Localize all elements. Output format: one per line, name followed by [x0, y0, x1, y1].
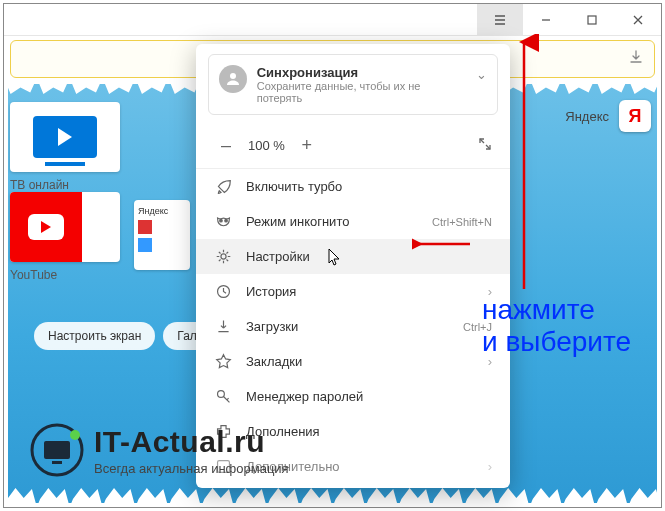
menu-item-turbo[interactable]: Включить турбо [196, 169, 510, 204]
chevron-down-icon: ⌄ [476, 67, 487, 82]
star-icon [214, 353, 232, 370]
yandex-icon: Я [619, 100, 651, 132]
menu-item-downloads[interactable]: Загрузки Ctrl+J [196, 309, 510, 344]
menu-label: История [246, 284, 474, 299]
download-icon[interactable] [628, 49, 644, 69]
chevron-right-icon: › [488, 459, 492, 474]
main-menu-dropdown: Синхронизация Сохраните данные, чтобы их… [196, 44, 510, 488]
menu-item-history[interactable]: История › [196, 274, 510, 309]
rocket-icon [214, 178, 232, 195]
svg-rect-11 [44, 441, 70, 459]
annotation-line: и выберите [482, 326, 631, 358]
menu-label: Менеджер паролей [246, 389, 492, 404]
tile-tv-online[interactable] [10, 102, 120, 172]
window-maximize-button[interactable] [569, 4, 615, 35]
zoom-controls: – 100 % + [196, 125, 510, 169]
svg-point-1 [230, 73, 236, 79]
menu-item-bookmarks[interactable]: Закладки › [196, 344, 510, 379]
mouse-cursor-icon [328, 248, 342, 270]
annotation-line: нажмите [482, 294, 631, 326]
clock-icon [214, 283, 232, 300]
svg-point-4 [220, 254, 225, 259]
zoom-out-button[interactable]: – [214, 135, 238, 156]
svg-rect-0 [588, 16, 596, 24]
tile-youtube[interactable] [10, 192, 120, 262]
menu-item-settings[interactable]: Настройки [196, 239, 510, 274]
zoom-in-button[interactable]: + [295, 135, 319, 156]
menu-shortcut: Ctrl+Shift+N [432, 216, 492, 228]
mask-icon [214, 213, 232, 230]
menu-item-passwords[interactable]: Менеджер паролей [196, 379, 510, 414]
watermark: IT-Actual.ru Всегда актуальная информаци… [30, 423, 289, 477]
yandex-bookmark[interactable]: Яндекс Я [565, 100, 651, 132]
watermark-title: IT-Actual.ru [94, 425, 289, 459]
window-close-button[interactable] [615, 4, 661, 35]
svg-rect-12 [52, 461, 62, 464]
menu-label: Включить турбо [246, 179, 492, 194]
yandex-label: Яндекс [565, 109, 609, 124]
menu-label: Режим инкогнито [246, 214, 418, 229]
svg-point-6 [217, 391, 224, 398]
gear-icon [214, 248, 232, 265]
watermark-logo-icon [30, 423, 84, 477]
download-icon [214, 318, 232, 335]
key-icon [214, 388, 232, 405]
watermark-subtitle: Всегда актуальная информация [94, 461, 289, 476]
configure-screen-button[interactable]: Настроить экран [34, 322, 155, 350]
menu-item-incognito[interactable]: Режим инкогнито Ctrl+Shift+N [196, 204, 510, 239]
svg-point-2 [219, 219, 222, 222]
menu-label: Закладки [246, 354, 474, 369]
speed-dial-tiles: ТВ онлайн YouTube [10, 102, 120, 282]
menu-label: Настройки [246, 249, 492, 264]
sync-subtitle: Сохраните данные, чтобы их не потерять [257, 80, 467, 104]
annotation-text: нажмите и выберите [482, 294, 631, 358]
svg-point-3 [224, 219, 227, 222]
hamburger-menu-button[interactable] [477, 4, 523, 35]
fullscreen-icon[interactable] [478, 137, 492, 154]
zoom-value: 100 % [248, 138, 285, 153]
window-minimize-button[interactable] [523, 4, 569, 35]
quick-actions: Настроить экран Гал [34, 322, 211, 350]
tile-yandex-news[interactable]: Яндекс [134, 200, 190, 270]
svg-point-13 [70, 430, 80, 440]
tile-caption: YouTube [10, 268, 120, 282]
sync-title: Синхронизация [257, 65, 467, 80]
sync-card[interactable]: Синхронизация Сохраните данные, чтобы их… [208, 54, 498, 115]
tile-caption: ТВ онлайн [10, 178, 120, 192]
menu-label: Загрузки [246, 319, 449, 334]
window-titlebar [4, 4, 661, 36]
tile-yandex-label: Яндекс [138, 206, 186, 216]
avatar-icon [219, 65, 247, 93]
torn-edge-bottom [4, 487, 661, 507]
